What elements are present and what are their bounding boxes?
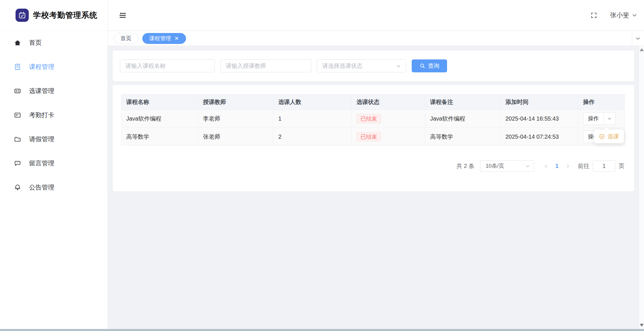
cell-course-name: Java软件编程 [126,115,161,122]
sidebar-nav: 首页 课程管理 选课管理 [0,31,108,200]
sidebar-item-label: 课程管理 [29,63,54,71]
tab-home[interactable]: 首页 [114,33,138,44]
status-badge: 已结束 [356,114,381,123]
cell-count: 1 [278,115,281,122]
goto-label: 前往 [578,162,589,170]
tab-actions-dropdown[interactable] [632,31,643,46]
chevron-down-icon [396,63,401,69]
page-number-1[interactable]: 1 [551,162,562,169]
query-button-label: 查询 [428,62,440,70]
next-page-button[interactable]: › [562,162,573,170]
sidebar-item-course-management[interactable]: 课程管理 [0,55,108,79]
pagination-total: 共 2 条 [457,162,474,170]
sidebar-item-announcement[interactable]: 公告管理 [0,175,108,200]
column-header-teacher: 授课教师 [198,94,273,110]
search-filter-card: 请选择选课状态 查询 [113,51,634,81]
table-row: Java软件编程 李老师 1 已结束 Java软件编程 2025-04-14 1… [121,110,625,128]
topbar: 张小斐 [108,0,644,31]
chevron-down-icon [525,163,530,169]
pagination: 共 2 条 10条/页 ‹ 1 › 前往 页 [457,160,624,172]
chevron-down-icon [631,12,638,18]
course-table-card: 课程名称 授课教师 选课人数 选课状态 课程备注 添加时间 操作 Java软件编… [113,85,634,191]
sidebar-item-label: 请假管理 [29,135,54,144]
sidebar-item-label: 考勤打卡 [29,111,54,119]
table-header-row: 课程名称 授课教师 选课人数 选课状态 课程备注 添加时间 操作 [121,94,625,110]
topbar-right: 张小斐 [590,11,644,20]
action-dropdown-button[interactable] [603,113,615,125]
scroll-up-arrow[interactable] [640,48,644,51]
document-icon [14,63,21,71]
sidebar-item-message-management[interactable]: 留言管理 [0,151,108,175]
course-name-input[interactable] [120,59,215,72]
page-size-value: 10条/页 [486,162,525,170]
cell-course-name: 高等数学 [126,133,149,140]
sidebar-item-course-selection[interactable]: 选课管理 [0,79,108,103]
sidebar-item-label: 首页 [29,38,42,47]
page-unit-label: 页 [619,162,624,170]
column-header-remark: 课程备注 [425,94,501,110]
column-header-action: 操作 [578,94,625,110]
tab-course-management[interactable]: 课程管理 [142,33,186,44]
status-badge: 已结束 [356,132,381,142]
course-table: 课程名称 授课教师 选课人数 选课状态 课程备注 添加时间 操作 Java软件编… [121,94,625,146]
sidebar-item-home[interactable]: 首页 [0,31,108,55]
table-row: 高等数学 张老师 2 已结束 高等数学 2025-04-14 07:24:53 … [121,128,625,146]
horizontal-scrollbar[interactable] [0,329,644,331]
sidebar-item-leave-management[interactable]: 请假管理 [0,127,108,151]
leave-folder-icon [14,136,21,143]
tab-label: 首页 [120,35,131,42]
app-window: 学校考勤管理系统 首页 课程管理 [0,0,644,331]
circle-check-icon [599,133,605,140]
sidebar-item-label: 选课管理 [29,87,54,95]
fold-icon [119,11,126,19]
attendance-card-icon [14,111,21,119]
cell-time: 2025-04-14 07:24:53 [505,133,559,140]
tab-label: 课程管理 [149,35,171,42]
close-icon[interactable] [174,36,179,41]
user-menu[interactable]: 张小斐 [610,11,638,20]
action-button-group: 操作 [583,112,616,125]
tabbar: 首页 课程管理 [108,31,644,46]
status-select-placeholder: 请选择选课状态 [322,62,396,70]
message-icon [14,160,21,167]
cell-remark: Java软件编程 [430,115,465,122]
sidebar-item-label: 公告管理 [29,183,54,192]
sidebar-fold-button[interactable] [119,11,126,19]
select-course-menu-item[interactable]: 选课 [607,133,619,140]
cell-count: 2 [278,133,281,140]
query-button[interactable]: 查询 [412,59,447,72]
column-header-course: 课程名称 [121,94,198,110]
vertical-scrollbar[interactable] [639,46,644,329]
prev-page-button[interactable]: ‹ [540,162,551,170]
cell-teacher: 张老师 [203,133,220,140]
course-select-icon [14,87,21,95]
sidebar-item-label: 留言管理 [29,159,54,168]
home-icon [14,39,21,47]
chevron-down-icon [607,116,612,121]
scroll-down-arrow[interactable] [640,324,644,327]
teacher-input[interactable] [220,59,311,72]
sidebar-item-attendance[interactable]: 考勤打卡 [0,103,108,127]
app-logo [16,9,29,22]
fullscreen-icon [590,12,597,19]
calendar-check-icon [18,11,26,20]
logo-row: 学校考勤管理系统 [0,0,108,31]
cell-time: 2025-04-14 16:55:43 [505,115,559,122]
cell-teacher: 李老师 [203,115,220,122]
fullscreen-button[interactable] [590,12,597,19]
search-icon [419,63,425,69]
goto-page-input[interactable] [593,160,615,172]
action-dropdown-popup: 选课 [594,129,624,143]
action-button[interactable]: 操作 [583,113,603,125]
status-select[interactable]: 请选择选课状态 [317,59,406,72]
column-header-status: 选课状态 [352,94,425,110]
chevron-down-icon [635,35,641,42]
bell-icon [14,184,21,191]
app-title: 学校考勤管理系统 [33,10,97,20]
page-size-select[interactable]: 10条/页 [480,160,534,172]
column-header-count: 选课人数 [273,94,352,110]
column-header-time: 添加时间 [501,94,578,110]
cell-remark: 高等数学 [430,133,453,140]
sidebar: 学校考勤管理系统 首页 课程管理 [0,0,108,329]
user-name: 张小斐 [610,11,629,20]
